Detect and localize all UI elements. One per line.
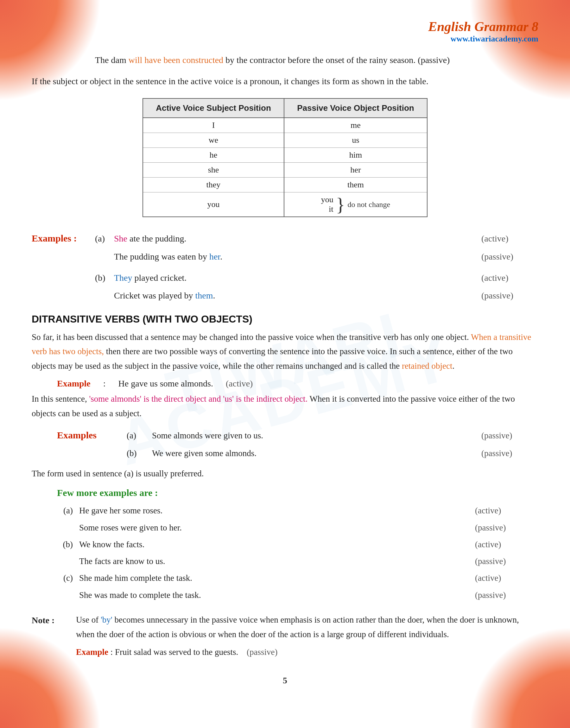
sub-examples-label: Examples <box>57 426 120 444</box>
table-row: he him <box>143 148 427 163</box>
website-link: www.tiwariacademy.com <box>32 34 538 44</box>
table-row: you you it } do not change <box>143 192 427 217</box>
letter-b: (b) <box>95 270 114 286</box>
sub-b-letter: (b) <box>127 445 146 462</box>
intro-paragraph: The dam will have been constructed by th… <box>95 53 538 67</box>
active-pronoun-you: you <box>143 192 284 217</box>
list-c-passive-text: She was made to complete the task. <box>79 587 469 603</box>
example-inline-sentence: He gave us some almonds. <box>118 379 213 389</box>
preferred-note: The form used in sentence (a) is usually… <box>32 467 538 481</box>
note-text-body: becomes unnecessary in the passive voice… <box>76 615 519 639</box>
table-row: I me <box>143 118 427 133</box>
table-row: they them <box>143 177 427 192</box>
example-b-active-label: (active) <box>481 270 538 286</box>
para1-start: So far, it has been discussed that a sen… <box>32 332 471 342</box>
colon-space: : <box>103 379 106 389</box>
example-b-active-text: They played cricket. <box>114 270 481 286</box>
passive-it: it <box>329 204 333 214</box>
ditransitive-para2: In this sentence, 'some almonds' is the … <box>32 392 538 421</box>
list-a-passive-text: Some roses were given to her. <box>79 520 469 536</box>
passive-pronoun-her: her <box>284 163 427 177</box>
list-b-letter: (b) <box>51 537 73 553</box>
list-b-passive-label: (passive) <box>475 553 538 569</box>
passive-pronoun-you-it: you it } do not change <box>284 192 427 217</box>
note-example-type: (passive) <box>247 647 277 657</box>
example-b-passive: Cricket was played by them. (passive) <box>32 288 538 303</box>
ditransitive-heading: DITRANSITIVE VERBS (WITH TWO OBJECTS) <box>32 313 538 325</box>
sub-a-text: Some almonds were given to us. <box>152 428 475 444</box>
table-row: she her <box>143 163 427 177</box>
page-title: English Grammar 8 <box>32 19 538 34</box>
passive-pronoun-us: us <box>284 133 427 148</box>
list-row-a-passive: Some roses were given to her. (passive) <box>51 520 538 536</box>
list-row-a-active: (a) He gave her some roses. (active) <box>51 503 538 519</box>
list-b-active-label: (active) <box>475 537 538 553</box>
active-pronoun-she: she <box>143 163 284 177</box>
sub-b-row: (b) We were given some almonds. (passive… <box>57 445 538 462</box>
intro-text-start: The dam <box>95 55 128 65</box>
her-highlight: her <box>209 252 220 261</box>
example-a-passive-label: (passive) <box>481 249 538 264</box>
they-highlight: They <box>114 273 132 283</box>
passive-you: you <box>321 195 333 204</box>
para1-end: . <box>453 361 455 371</box>
list-a-passive-label: (passive) <box>475 520 538 536</box>
example-a-active: Examples : (a) She ate the pudding. (act… <box>32 230 538 247</box>
example-a-active-text: She ate the pudding. <box>114 231 481 246</box>
list-row-b-active: (b) We know the facts. (active) <box>51 537 538 553</box>
pronoun-table: Active Voice Subject Position Passive Vo… <box>142 98 428 217</box>
note-content: Use of 'by' becomes unnecessary in the p… <box>76 613 538 660</box>
table-header-passive: Passive Voice Object Position <box>284 98 427 118</box>
note-example-row: Example : Fruit salad was served to the … <box>76 645 538 660</box>
letter-a: (a) <box>95 231 114 246</box>
note-section: Note : Use of 'by' becomes unnecessary i… <box>32 613 538 660</box>
list-a-active-text: He gave her some roses. <box>79 503 469 519</box>
example-a-passive-text: The pudding was eaten by her. <box>114 249 481 264</box>
do-not-change-text: do not change <box>348 200 390 209</box>
note-example-text: : Fruit salad was served to the guests. <box>108 647 238 657</box>
sub-a-letter: (a) <box>127 428 146 444</box>
list-c-active-label: (active) <box>475 570 538 586</box>
list-row-c-active: (c) She made him complete the task. (act… <box>51 570 538 586</box>
note-by: 'by' <box>101 615 112 625</box>
example-b-passive-label: (passive) <box>481 288 538 303</box>
active-pronoun-we: we <box>143 133 284 148</box>
list-b-passive-text: The facts are know to us. <box>79 553 469 569</box>
intro-text-end: by the contractor before the onset of th… <box>223 55 450 65</box>
para2-highlight: 'some almonds' is the direct object and … <box>89 394 307 404</box>
note-text-intro: Use of <box>76 615 101 625</box>
example-b-passive-text: Cricket was played by them. <box>114 288 481 303</box>
table-header-active: Active Voice Subject Position <box>143 98 284 118</box>
sub-b-text: We were given some almonds. <box>152 445 475 462</box>
page-number: 5 <box>32 675 538 686</box>
note-label: Note : <box>32 613 70 660</box>
active-pronoun-they: they <box>143 177 284 192</box>
ditransitive-example: Example : He gave us some almonds. (acti… <box>57 379 538 389</box>
para1-end-highlight: retained object <box>402 361 453 371</box>
sub-a-label: (passive) <box>481 428 538 444</box>
list-c-passive-label: (passive) <box>475 587 538 603</box>
intro-highlight: will have been constructed <box>128 55 223 65</box>
active-pronoun-he: he <box>143 148 284 163</box>
para2-start: In this sentence, <box>32 394 89 404</box>
note-example-label: Example <box>76 647 108 657</box>
examples-label: Examples : <box>32 230 95 247</box>
passive-pronoun-them: them <box>284 177 427 192</box>
examples-section: Examples : (a) She ate the pudding. (act… <box>32 230 538 303</box>
example-a-passive: The pudding was eaten by her. (passive) <box>32 249 538 264</box>
pronoun-note: If the subject or object in the sentence… <box>32 74 538 89</box>
them-highlight: them <box>195 290 213 300</box>
table-row: we us <box>143 133 427 148</box>
ditransitive-para1: So far, it has been discussed that a sen… <box>32 330 538 374</box>
active-pronoun-i: I <box>143 118 284 133</box>
brace-symbol: } <box>336 195 345 214</box>
list-a-active-label: (active) <box>475 503 538 519</box>
she-highlight: She <box>114 233 127 243</box>
example-a-active-label: (active) <box>481 231 538 246</box>
list-b-active-text: We know the facts. <box>79 537 469 553</box>
sub-examples: Examples (a) Some almonds were given to … <box>57 426 538 462</box>
list-c-active-text: She made him complete the task. <box>79 570 469 586</box>
list-c-letter: (c) <box>51 570 73 586</box>
sub-b-label: (passive) <box>481 445 538 462</box>
few-more-heading: Few more examples are : <box>57 488 538 498</box>
